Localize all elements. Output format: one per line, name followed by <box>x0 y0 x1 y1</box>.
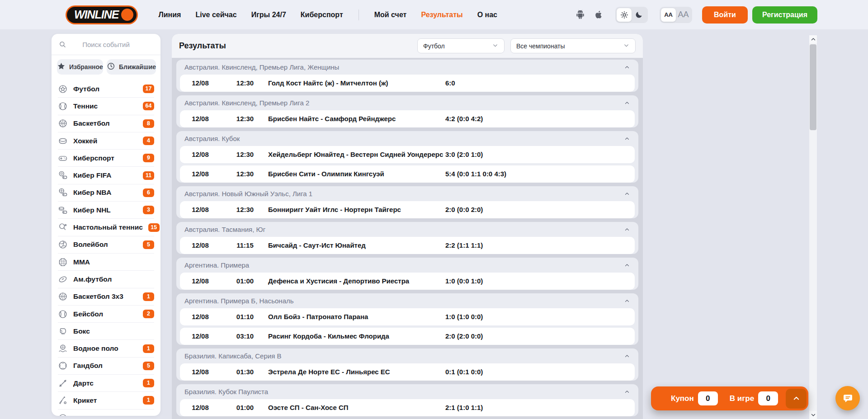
sidebar-item-basketball-3x3[interactable]: Баскетбол 3х3 1 <box>58 288 154 306</box>
chevron-up-icon <box>624 64 630 71</box>
winline-logo-text: WINLINE <box>74 8 119 21</box>
tennis-icon <box>58 101 68 111</box>
sidebar-item-cyber-nba[interactable]: Кибер NBA 6 <box>58 184 154 202</box>
sports-list: Футбол 17 Теннис 64 Баскетбол 8 Хоккей 4… <box>52 80 160 416</box>
match-teams: Бонниригг Уайт Иглс - Нортерн Тайгерс <box>268 201 401 218</box>
light-theme-button[interactable] <box>617 8 632 22</box>
logo-dot <box>121 9 133 21</box>
apple-icon[interactable] <box>593 9 604 20</box>
league-group-header[interactable]: Австралия. Новый Южный Уэльс, Лига 1 <box>176 186 638 201</box>
championship-filter-select[interactable]: Все чемпионаты <box>510 38 636 53</box>
sidebar-item-table-tennis[interactable]: Настольный теннис 15 <box>58 219 154 236</box>
sidebar-item-tennis[interactable]: Теннис 64 <box>58 98 154 115</box>
sidebar-item-volleyball[interactable]: Волейбол 5 <box>58 236 154 254</box>
sidebar-item-partial[interactable] <box>58 410 154 416</box>
league-group-header[interactable]: Бразилия. Кубок Паулиста <box>176 384 638 399</box>
event-count-badge: 5 <box>143 240 154 249</box>
inplay-label: В игре <box>730 394 754 403</box>
nav-item-cybersport[interactable]: Киберспорт <box>301 11 343 19</box>
league-name: Австралия. Тасмания, Юг <box>184 226 265 233</box>
basketball-icon <box>58 118 68 128</box>
sidebar-item-mma[interactable]: ММА <box>58 254 154 271</box>
sidebar-item-boxing[interactable]: Бокс <box>58 323 154 340</box>
match-row: 12/08 12:30 Хейдельберг Юнайтед - Вестер… <box>180 146 635 163</box>
am-football-icon <box>58 274 68 284</box>
event-count-badge: 1 <box>143 292 154 301</box>
sidebar-item-basketball[interactable]: Баскетбол 8 <box>58 115 154 132</box>
match-time: 12:30 <box>225 110 265 127</box>
league-group-header[interactable]: Австралия. Кубок <box>176 131 638 146</box>
league-group-header[interactable]: Аргентина. Примера Б, Насьональ <box>176 293 638 308</box>
scroll-down-arrow-icon[interactable] <box>809 411 817 419</box>
font-size-toggle: AA AA <box>660 7 692 23</box>
sidebar-item-water-polo[interactable]: Водное поло 1 <box>58 340 154 357</box>
league-group-header[interactable]: Аргентина. Примера <box>176 258 638 273</box>
nav-item-games-24-7[interactable]: Игры 24/7 <box>251 11 286 19</box>
nav-item-live[interactable]: Live сейчас <box>195 11 236 19</box>
sidebar-item-cyber-fifa[interactable]: Кибер FIFA 11 <box>58 167 154 184</box>
sport-label: Волейбол <box>73 240 137 249</box>
nav-item-liniya[interactable]: Линия <box>159 11 181 19</box>
winline-logo[interactable]: WINLINE <box>66 5 138 24</box>
register-button[interactable]: Регистрация <box>752 6 817 24</box>
match-teams: Оэсте СП - Сан-Хосе СП <box>268 399 349 416</box>
table-tennis-icon <box>58 222 68 232</box>
sidebar-item-darts[interactable]: Дартс 1 <box>58 375 154 392</box>
event-count-badge: 9 <box>143 154 154 162</box>
coupon-bar[interactable]: Купон 0 В игре 0 <box>651 386 808 410</box>
font-small-button[interactable]: AA <box>661 8 676 22</box>
league-group-header[interactable]: Австралия. Квинсленд, Премьер Лига 2 <box>176 95 638 110</box>
match-date: 12/08 <box>180 308 221 325</box>
sidebar-item-cricket[interactable]: Крикет 1 <box>58 392 154 409</box>
league-group-header[interactable]: Австралия. Квинсленд, Премьер Лига, Женщ… <box>176 60 638 75</box>
page-scrollbar[interactable] <box>809 35 817 419</box>
sport-label: Дартс <box>73 379 137 387</box>
sport-label: Крикет <box>73 396 137 405</box>
sport-label: Киберспорт <box>73 154 137 162</box>
coupon-expand-button[interactable] <box>786 389 807 409</box>
sidebar-item-handball[interactable]: Гандбол 5 <box>58 358 154 375</box>
sport-filter-value: Футбол <box>423 42 492 50</box>
volleyball-icon <box>58 240 68 250</box>
filter-favorites-button[interactable]: Избранное <box>57 59 103 75</box>
coupon-count: 0 <box>698 391 718 405</box>
match-date: 12/08 <box>180 328 221 345</box>
nav-item-about[interactable]: О нас <box>477 11 497 19</box>
sidebar-item-baseball[interactable]: Бейсбол 2 <box>58 306 154 323</box>
login-button[interactable]: Войти <box>702 6 748 24</box>
sport-label: Водное поло <box>73 344 137 353</box>
league-group-header[interactable]: Бразилия. Капиксаба, Серия B <box>176 348 638 363</box>
event-count-badge: 1 <box>143 344 154 353</box>
basketball-3x3-icon <box>58 292 68 301</box>
sidebar-item-am-football[interactable]: Ам.футбол <box>58 271 154 288</box>
sidebar-item-football[interactable]: Футбол 17 <box>58 80 154 98</box>
sport-label: Кибер NHL <box>73 206 137 214</box>
nav-item-results[interactable]: Результаты <box>421 11 462 19</box>
results-filters: Футбол Все чемпионаты <box>417 38 636 53</box>
sidebar-item-cyber-nhl[interactable]: Кибер NHL 3 <box>58 202 154 219</box>
match-teams: Дефенса и Хустисия - Депортиво Риестра <box>268 273 409 290</box>
league-group-header[interactable]: Австралия. Тасмания, Юг <box>176 222 638 237</box>
dark-theme-button[interactable] <box>632 8 646 22</box>
search-input[interactable] <box>52 34 160 55</box>
event-count-badge: 64 <box>143 102 154 110</box>
event-count-badge: 1 <box>143 379 154 387</box>
league-name: Австралия. Квинсленд, Премьер Лига 2 <box>184 99 309 107</box>
sport-filter-select[interactable]: Футбол <box>417 38 505 53</box>
navbar-right: AA AA Войти Регистрация <box>575 6 817 24</box>
font-large-button[interactable]: AA <box>676 8 691 22</box>
scrollbar-thumb[interactable] <box>810 44 816 130</box>
sidebar-item-esports[interactable]: Киберспорт 9 <box>58 150 154 167</box>
chat-button[interactable] <box>835 386 860 410</box>
filter-upcoming-button[interactable]: Ближайшие <box>107 59 156 75</box>
league-name: Аргентина. Примера <box>184 261 249 269</box>
android-icon[interactable] <box>575 9 586 20</box>
league-group: Аргентина. Примера Б, Насьональ 12/08 01… <box>176 293 638 345</box>
sidebar-item-hockey[interactable]: Хоккей 4 <box>58 132 154 150</box>
nav-item-my-account[interactable]: Мой счет <box>374 11 407 19</box>
match-score: 2:2 (1:1 1:1) <box>445 237 483 254</box>
match-teams: Эстрела Де Норте ЕС - Линьярес ЕС <box>268 363 390 381</box>
scroll-up-arrow-icon[interactable] <box>809 35 817 43</box>
match-date: 12/08 <box>180 399 221 416</box>
match-time: 12:30 <box>225 201 265 218</box>
